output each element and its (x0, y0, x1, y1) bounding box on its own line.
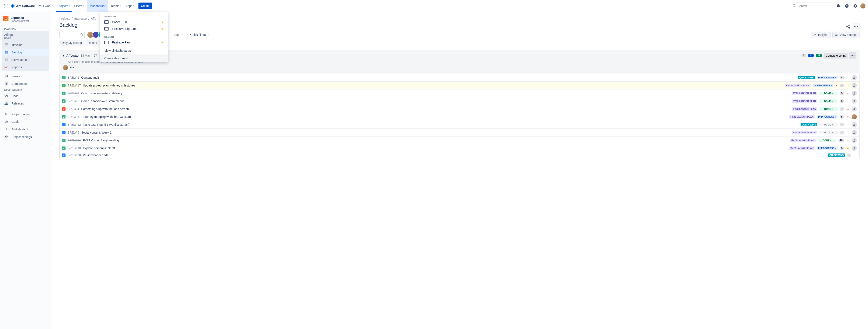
issue-key[interactable]: BREW-12 (68, 123, 81, 126)
issue-key[interactable]: BREW-1 (68, 76, 79, 79)
epic-badge[interactable]: FY23 LAUNCH PLAN (789, 115, 815, 119)
issue-summary[interactable]: Update project plan with key milestones (83, 84, 135, 87)
issue-key[interactable]: BREW-3 (68, 99, 79, 103)
nav-item-your-work[interactable]: Your work▾ (36, 0, 55, 12)
sidebar-board-selector[interactable]: Affogato Board ▾ (2, 31, 49, 41)
epic-badge[interactable]: QUICK WINS (801, 123, 817, 126)
assignee-avatar[interactable] (852, 99, 857, 104)
help-icon[interactable]: ? (843, 3, 850, 9)
sprint-actions-icon[interactable]: ••• (70, 66, 74, 69)
search-input[interactable] (791, 3, 833, 9)
assignee-avatar[interactable] (852, 138, 857, 143)
create-button[interactable]: Create (138, 3, 152, 9)
dashboard-item[interactable]: Coffee Hub★ (100, 19, 168, 26)
nav-item-teams[interactable]: Teams▾ (109, 0, 123, 12)
nav-item-filters[interactable]: Filters▾ (72, 0, 86, 12)
create-dashboard[interactable]: Create dashboard (100, 55, 168, 62)
issue-summary[interactable]: Journey mapping workshop w/ Beanz (83, 115, 132, 119)
insights-button[interactable]: Insights (811, 32, 831, 38)
issue-summary[interactable]: Comp. analysis—Custom menus (81, 99, 124, 103)
assignee-avatar[interactable] (852, 145, 857, 151)
estimate-badge[interactable]: 5 (840, 146, 844, 150)
status-badge[interactable]: TO DO ▾ (819, 131, 838, 134)
breadcrumb-projects[interactable]: Projects (59, 17, 70, 20)
status-badge[interactable]: DONE ▾ (818, 139, 836, 142)
assignee-avatar[interactable] (852, 106, 857, 111)
dashboard-item[interactable]: Fairtrade Fam★ (100, 39, 168, 46)
issue-key[interactable]: BREW-10 (68, 146, 81, 150)
assignee-avatar[interactable] (852, 114, 857, 119)
settings-icon[interactable] (852, 3, 859, 9)
issue-summary[interactable]: FY23 Vision: Storyboarding (83, 139, 119, 142)
issue-summary[interactable]: Comp. analysis—Food delivery (81, 92, 122, 95)
sidebar-item-project-pages[interactable]: 🗎Project pages (2, 111, 49, 118)
issue-row[interactable]: ▲BREW-10Explore personas: GeoffFY23 LAUN… (60, 144, 859, 152)
status-badge[interactable]: IN PROGRESS ▾ (813, 84, 833, 87)
dashboard-item[interactable]: Exclusive Sip Club★ (100, 26, 168, 32)
issue-row[interactable]: ▲BREW-1Content auditQUICK WINSIN PROGRES… (60, 73, 859, 81)
breadcrumb-board[interactable]: Affo (91, 17, 96, 20)
epic-badge[interactable]: FY23 LAUNCH PLAN (792, 99, 817, 103)
epic-badge[interactable]: FY23 LAUNCH PLAN (792, 131, 817, 134)
nav-item-apps[interactable]: Apps▾ (124, 0, 136, 12)
issue-key[interactable]: BREW-14 (68, 139, 81, 142)
issue-row[interactable]: ▲BREW-2Comp. analysis—Food deliveryFY23 … (60, 89, 859, 97)
estimate-badge[interactable] (847, 154, 851, 157)
sidebar-item-project-settings[interactable]: ⚙Project settings (2, 133, 49, 140)
sprint-more-icon[interactable]: ••• (849, 52, 856, 59)
sidebar-item-active-sprints[interactable]: ▥Active sprints (2, 56, 49, 63)
sidebar-item-releases[interactable]: 🚢Releases (2, 100, 49, 107)
star-icon[interactable]: ★ (161, 20, 164, 24)
issue-row[interactable]: ▲BREW-11Journey mapping workshop w/ Bean… (60, 113, 859, 121)
issue-summary[interactable]: Content audit (81, 76, 99, 79)
more-actions-icon[interactable]: ••• (853, 23, 860, 30)
estimate-badge[interactable] (840, 131, 844, 134)
share-icon[interactable] (845, 23, 851, 30)
issue-key[interactable]: BREW-17 (68, 84, 81, 87)
status-badge[interactable]: DONE ▾ (819, 99, 837, 103)
estimate-badge[interactable] (840, 107, 844, 111)
quick-filter-only-my-issues[interactable]: Only My Issues (59, 40, 84, 46)
estimate-badge[interactable]: - (840, 84, 844, 87)
issue-summary[interactable]: Something's up with the load screen (81, 107, 129, 111)
assignee-avatar[interactable] (852, 91, 857, 96)
assignee-avatar[interactable] (852, 83, 857, 88)
star-icon[interactable]: ★ (161, 27, 164, 31)
sidebar-item-backlog[interactable]: ▦Backlog (2, 48, 49, 56)
issue-row[interactable]: ▲BREW-17Update project plan with key mil… (60, 81, 859, 89)
issue-row[interactable]: ▲BREW-3Comp. analysis—Custom menusFY23 L… (60, 97, 859, 105)
status-badge[interactable]: IN PROGRESS ▾ (817, 115, 837, 119)
sidebar-item-add-shortcut[interactable]: ＋Add shortcut (2, 125, 49, 133)
issue-summary[interactable]: Review banner ads (83, 154, 108, 157)
issue-key[interactable]: BREW-11 (68, 115, 81, 119)
estimate-badge[interactable]: 5 (840, 115, 844, 119)
status-badge[interactable]: DONE ▾ (819, 107, 838, 111)
epic-badge[interactable]: FY23 LAUNCH PLAN (789, 146, 815, 150)
assignee-avatar[interactable] (852, 130, 857, 135)
estimate-badge[interactable]: 10 (838, 139, 844, 142)
issue-key[interactable]: BREW-2 (68, 92, 79, 95)
sidebar-item-components[interactable]: ◫Components (2, 80, 49, 87)
epic-badge[interactable]: FY23 LAUNCH PLAN (792, 92, 817, 95)
estimate-badge[interactable]: 4 (840, 76, 844, 79)
view-all-dashboards[interactable]: View all dashboards (100, 47, 168, 55)
issue-row[interactable]: ✓BREW-5Social content: Week 1FY23 LAUNCH… (60, 128, 859, 136)
issue-key[interactable]: BREW-5 (68, 131, 79, 134)
quick-filter-recently[interactable]: Recent (86, 40, 99, 46)
status-badge[interactable]: TO DO ▾ (819, 123, 838, 126)
nav-item-projects[interactable]: Projects▾ (56, 0, 72, 12)
collapse-icon[interactable]: ▾ (63, 54, 64, 57)
nav-item-dashboards[interactable]: Dashboards▾ (87, 0, 108, 12)
project-header[interactable]: ☕ Espresso Software project (2, 16, 49, 26)
issue-row[interactable]: ▲BREW-14FY23 Vision: StoryboardingFY23 L… (60, 136, 859, 144)
assignee-avatar[interactable] (852, 122, 857, 127)
status-badge[interactable]: IN PROGRESS ▾ (817, 146, 837, 150)
quick-filters-dropdown[interactable]: Quick filters▾ (188, 33, 211, 36)
sidebar-item-reports[interactable]: 📈Reports (2, 63, 49, 71)
type-filter[interactable]: Type▾ (172, 33, 185, 36)
app-switcher-icon[interactable] (3, 3, 9, 9)
issue-summary[interactable]: Taste test: Round 1 (vanilla extract) (83, 123, 129, 126)
issue-row[interactable]: ✓BREW-20Review banner adsQUICK WINS (60, 152, 859, 158)
sprint-name[interactable]: Affogato (66, 54, 79, 57)
assignee-avatar[interactable] (852, 75, 857, 80)
